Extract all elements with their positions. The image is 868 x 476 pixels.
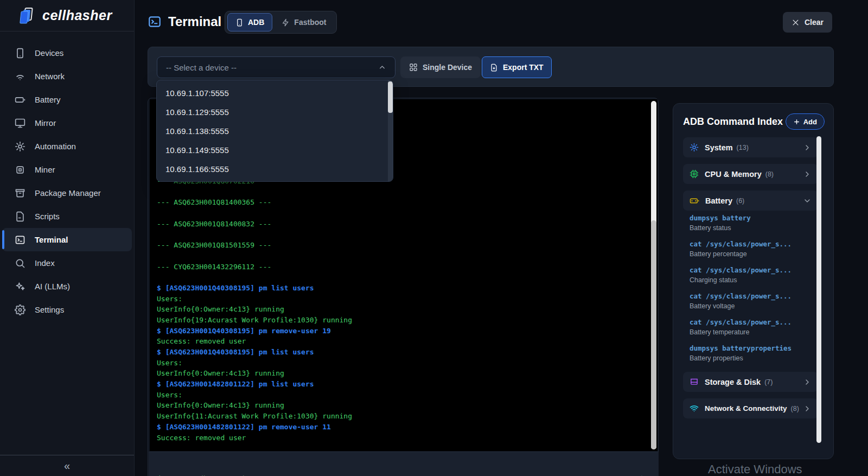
clear-button[interactable]: Clear <box>783 12 832 33</box>
category-network-connectivity[interactable]: Network & Connectivity (8) <box>683 398 818 418</box>
command-item[interactable]: cat /sys/class/power_s... Battery percen… <box>690 240 816 258</box>
terminal-line <box>157 208 352 219</box>
export-txt-label: Export TXT <box>503 63 544 72</box>
command-item[interactable]: dumpsys battery Battery status <box>690 214 816 232</box>
adb-tab[interactable]: ADB <box>227 13 272 31</box>
sidebar-item-label: Battery <box>35 95 61 104</box>
single-device-label: Single Device <box>423 63 472 72</box>
sidebar-item-label: Automation <box>35 142 76 151</box>
terminal-line: UserInfo{0:Owner:4c13} running <box>157 304 352 315</box>
device-option[interactable]: 10.69.1.149:5555 <box>157 141 393 160</box>
sidebar-item-ai-llms[interactable]: AI (LLMs) <box>0 275 134 298</box>
dropdown-scrollbar-track[interactable] <box>388 80 393 181</box>
command-code: cat /sys/class/power_s... <box>690 318 816 326</box>
chevron-right-icon <box>803 143 812 152</box>
sidebar-item-label: Index <box>35 258 55 268</box>
terminal-line: UserInfo{0:Owner:4c13} running <box>157 400 352 411</box>
sidebar-item-automation[interactable]: Automation <box>0 135 134 158</box>
export-txt-button[interactable]: Export TXT <box>482 56 552 78</box>
terminal-line <box>157 251 352 262</box>
sidebar-item-network[interactable]: Network <box>0 65 134 88</box>
terminal-line: Users: <box>157 390 352 401</box>
category-count: (8) <box>765 170 774 178</box>
chevron-down-icon <box>803 196 812 205</box>
smartphone-icon <box>235 18 244 27</box>
adb-tab-label: ADB <box>248 18 264 27</box>
sparkles-icon <box>15 281 25 292</box>
category-cpu-memory[interactable]: CPU & Memory (8) <box>683 164 818 184</box>
single-device-button[interactable]: Single Device <box>400 56 481 78</box>
sidebar-item-devices[interactable]: Devices <box>0 41 134 65</box>
command-item[interactable]: cat /sys/class/power_s... Battery temper… <box>690 318 816 336</box>
category-label: System <box>705 143 733 152</box>
panel-scrollbar-thumb[interactable] <box>816 136 821 443</box>
terminal-line: UserInfo{11:Acurast Work Profile:1030} r… <box>157 411 352 422</box>
device-select-value: -- Select a device -- <box>166 63 237 72</box>
terminal-line-command: $ [ASQ623H001482801122] pm remove-user 1… <box>157 422 352 433</box>
zap-icon <box>282 18 290 27</box>
command-code: cat /sys/class/power_s... <box>690 240 816 248</box>
file-icon <box>15 211 25 222</box>
terminal-line: --- ASQ623H001Q81400365 --- <box>157 197 352 208</box>
sidebar-item-label: Terminal <box>35 235 68 244</box>
sidebar-item-scripts[interactable]: Scripts <box>0 205 134 228</box>
plus-icon <box>793 118 800 125</box>
send-arrow-icon[interactable] <box>636 473 648 476</box>
command-description: Battery percentage <box>690 250 816 258</box>
grid-icon <box>409 63 418 72</box>
sidebar-item-label: Scripts <box>35 212 60 221</box>
sidebar-item-terminal[interactable]: Terminal <box>2 228 132 251</box>
command-item[interactable]: cat /sys/class/power_s... Charging statu… <box>690 266 816 284</box>
category-battery[interactable]: Battery (6) <box>683 191 818 211</box>
category-count: (6) <box>736 197 744 205</box>
category-storage-disk[interactable]: Storage & Disk (7) <box>683 372 818 392</box>
sidebar-item-label: Package Manager <box>35 188 101 198</box>
category-system[interactable]: System (13) <box>683 137 818 157</box>
category-label: Network & Connectivity <box>705 404 787 412</box>
brand-name: cellhasher <box>42 8 112 23</box>
fastboot-tab[interactable]: Fastboot <box>273 13 334 31</box>
sidebar-item-mirror[interactable]: Mirror <box>0 111 134 135</box>
terminal-scrollbar-thumb[interactable] <box>651 220 656 449</box>
sidebar: cellhasher Devices Network Battery Mirro… <box>0 0 135 476</box>
wifi-icon <box>690 404 699 413</box>
terminal-scrollbar-track[interactable] <box>651 101 656 449</box>
terminal-line: UserInfo{0:Owner:4c13} running <box>157 368 352 379</box>
page-title: Terminal <box>168 14 221 29</box>
sidebar-item-package-manager[interactable]: Package Manager <box>0 181 134 205</box>
sidebar-item-label: Mirror <box>35 118 56 128</box>
command-description: Charging status <box>690 276 816 284</box>
battery-icon <box>15 94 25 105</box>
terminal-line: --- ASQ623H001Q81501559 --- <box>157 240 352 251</box>
device-option[interactable]: 10.69.1.129:5555 <box>157 103 393 122</box>
terminal-line: Success: removed user <box>157 433 352 443</box>
panel-title: ADB Command Index <box>683 116 783 128</box>
cog-icon <box>15 141 25 152</box>
terminal-line: --- CYQ623H001432296112 --- <box>157 262 352 272</box>
sidebar-item-label: Settings <box>35 305 64 314</box>
battery-command-list: dumpsys battery Battery status cat /sys/… <box>683 211 818 372</box>
sidebar-item-index[interactable]: Index <box>0 251 134 275</box>
sidebar-item-label: Miner <box>35 165 55 174</box>
command-item[interactable]: dumpsys batteryproperties Battery proper… <box>690 344 816 362</box>
panel-header: ADB Command Index Add <box>673 104 833 136</box>
search-icon <box>15 258 25 269</box>
terminal-line-command: $ [ASQ623H001Q40308195] pm list users <box>157 283 352 294</box>
terminal-input-row: $ <box>149 452 659 476</box>
sidebar-item-settings[interactable]: Settings <box>0 298 134 321</box>
add-command-button[interactable]: Add <box>786 113 825 130</box>
gear-icon <box>15 304 25 315</box>
sidebar-item-battery[interactable]: Battery <box>0 88 134 111</box>
device-option[interactable]: 10.69.1.138:5555 <box>157 122 393 141</box>
dropdown-scrollbar-thumb[interactable] <box>388 81 393 113</box>
sidebar-collapse-button[interactable]: « <box>0 455 134 476</box>
device-option[interactable]: 10.69.1.166:5555 <box>157 160 393 179</box>
command-item[interactable]: cat /sys/class/power_s... Battery voltag… <box>690 292 816 310</box>
brand-logo: cellhasher <box>0 0 134 31</box>
sidebar-item-miner[interactable]: Miner <box>0 158 134 181</box>
category-count: (8) <box>791 405 799 412</box>
device-select[interactable]: -- Select a device -- <box>157 56 395 78</box>
device-option[interactable]: 10.69.1.107:5555 <box>157 84 393 103</box>
category-label: Battery <box>705 196 732 205</box>
terminal-line: Users: <box>157 294 352 304</box>
